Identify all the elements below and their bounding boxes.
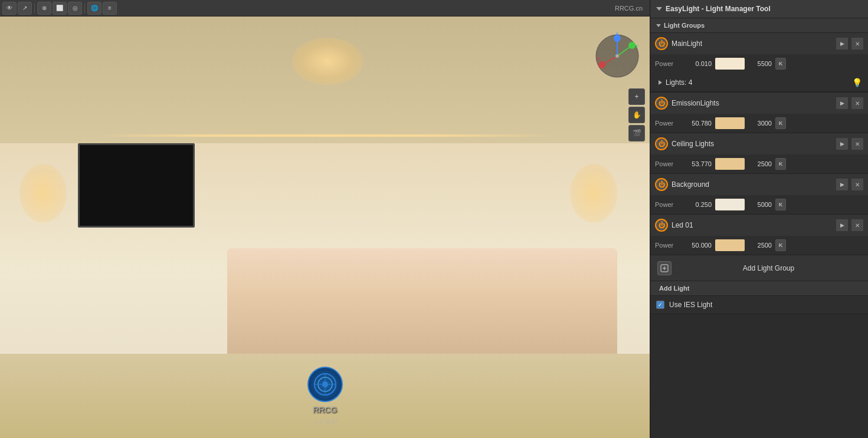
mainlight-lamp-icon[interactable]: 💡: [850, 76, 863, 89]
add-light-group-icon: [657, 261, 672, 275]
watermark-subtitle: 人人素材: [312, 417, 338, 426]
emission-color-swatch[interactable]: [715, 117, 745, 129]
ceiling-name: Ceiling Lights: [672, 140, 833, 148]
mainlight-count-label: Lights: 4: [666, 78, 847, 87]
ceiling-expand-btn[interactable]: ▶: [836, 138, 848, 150]
toolbar-global-btn[interactable]: ⊕: [37, 2, 51, 15]
sofa: [227, 248, 617, 354]
background-color-swatch[interactable]: [715, 199, 745, 210]
background-expand-btn[interactable]: ▶: [836, 179, 848, 190]
ceiling-power-label: Power: [655, 160, 679, 167]
background-power-label: Power: [655, 201, 679, 208]
panel-triangle: [656, 7, 662, 11]
add-light-section-header[interactable]: Add Light: [650, 281, 868, 296]
pan-btn[interactable]: ✋: [628, 107, 645, 123]
emission-name: EmissionLights: [672, 99, 833, 107]
toolbar-sep-2: [84, 3, 85, 14]
mainlight-kelvin-value: 5500: [748, 60, 772, 67]
mainlight-props: Power 0.010 5500 K: [650, 54, 868, 73]
toolbar-menu-btn[interactable]: ≡: [103, 2, 117, 15]
emission-kelvin-value: 3000: [748, 120, 772, 127]
ies-light-row: ✓ Use IES Light: [650, 296, 868, 314]
ceiling-power-btn[interactable]: ⏻: [655, 137, 668, 150]
background-close-btn[interactable]: ✕: [851, 179, 863, 190]
background-header: ⏻ Background ▶ ✕: [650, 174, 868, 195]
zoom-btn[interactable]: +: [628, 88, 645, 105]
emission-props: Power 50.780 3000 K: [650, 114, 868, 133]
led01-kelvin-btn[interactable]: K: [775, 239, 786, 251]
light-group-mainlight: ⏻ MainLight ▶ ✕ Power 0.010 5500 K Light…: [650, 33, 868, 93]
emission-power-value: 50.780: [682, 120, 712, 127]
gizmo-z-label: Z: [616, 32, 619, 36]
toolbar-overlay-btn[interactable]: ⬜: [53, 2, 67, 15]
light-group-background: ⏻ Background ▶ ✕ Power 0.250 5000 K: [650, 174, 868, 215]
mainlight-kelvin-btn[interactable]: K: [775, 58, 786, 70]
led01-power-value: 50.000: [682, 242, 712, 249]
light-group-ceiling: ⏻ Ceiling Lights ▶ ✕ Power 53.770 2500 K: [650, 133, 868, 174]
toolbar-render-btn[interactable]: ◎: [68, 2, 82, 15]
ceiling-close-btn[interactable]: ✕: [851, 138, 863, 150]
side-toolbar: + ✋ 🎬: [628, 88, 645, 141]
emission-close-btn[interactable]: ✕: [851, 97, 863, 109]
svg-point-6: [598, 61, 605, 68]
background-power-btn[interactable]: ⏻: [655, 178, 668, 191]
mainlight-header: ⏻ MainLight ▶ ✕: [650, 33, 868, 54]
camera-btn[interactable]: 🎬: [628, 125, 645, 141]
gizmo-y-label: Y: [635, 44, 638, 49]
add-light-label: Add Light: [659, 285, 689, 292]
toolbar-sep-1: [34, 3, 35, 14]
ceiling-power-value: 53.770: [682, 160, 712, 167]
wall-light-right: [570, 164, 617, 223]
panel-title: EasyLight - Light Manager Tool: [666, 5, 771, 13]
add-light-group-btn[interactable]: Add Light Group: [650, 255, 868, 281]
toolbar-scene-btn[interactable]: 🌐: [87, 2, 101, 15]
ceiling-kelvin-btn[interactable]: K: [775, 158, 786, 170]
watermark: RRCG 人人素材: [307, 367, 343, 426]
mainlight-name: MainLight: [672, 39, 833, 48]
cove-light-strip: [97, 134, 552, 137]
ceiling-header: ⏻ Ceiling Lights ▶ ✕: [650, 133, 868, 154]
led01-kelvin-value: 2500: [748, 242, 772, 249]
led01-props: Power 50.000 2500 K: [650, 236, 868, 255]
svg-point-7: [615, 54, 619, 58]
light-group-led01: ⏻ Led 01 ▶ ✕ Power 50.000 2500 K: [650, 215, 868, 255]
mainlight-expand-btn[interactable]: ▶: [836, 38, 848, 50]
section-triangle: [656, 24, 661, 27]
mainlight-power-label: Power: [655, 60, 679, 67]
tv-set: [78, 143, 195, 228]
light-group-emission: ⏻ EmissionLights ▶ ✕ Power 50.780 3000 K: [650, 93, 868, 133]
watermark-logo: [307, 367, 343, 402]
light-groups-label: Light Groups: [664, 22, 705, 29]
ies-light-checkbox[interactable]: ✓: [656, 301, 664, 309]
ies-light-label: Use IES Light: [669, 301, 712, 309]
toolbar-cursor-btn[interactable]: ↗: [18, 2, 32, 15]
ceiling-kelvin-value: 2500: [748, 160, 772, 167]
led01-power-btn[interactable]: ⏻: [655, 219, 668, 232]
wall-light-left: [19, 164, 67, 223]
ceiling-light-glow: [292, 38, 363, 85]
panel-bottom-padding: [650, 314, 868, 326]
mainlight-close-btn[interactable]: ✕: [851, 38, 863, 50]
emission-kelvin-btn[interactable]: K: [775, 117, 786, 129]
emission-power-label: Power: [655, 120, 679, 127]
panel-header: EasyLight - Light Manager Tool: [650, 0, 868, 18]
mainlight-power-value: 0.010: [682, 60, 712, 67]
viewport[interactable]: 👁 ↗ ⊕ ⬜ ◎ 🌐 ≡ RRCG.cn Z: [0, 0, 650, 438]
mainlight-color-swatch[interactable]: [715, 58, 745, 70]
background-kelvin-btn[interactable]: K: [775, 199, 786, 210]
watermark-title: RRCG: [313, 405, 337, 414]
background-props: Power 0.250 5000 K: [650, 195, 868, 214]
light-groups-section-header[interactable]: Light Groups: [650, 18, 868, 33]
toolbar-view-btn[interactable]: 👁: [2, 2, 17, 15]
led01-expand-btn[interactable]: ▶: [836, 219, 848, 231]
led01-color-swatch[interactable]: [715, 239, 745, 251]
gizmo[interactable]: Z Y X: [594, 32, 641, 80]
mainlight-power-btn[interactable]: ⏻: [655, 37, 668, 50]
svg-point-4: [628, 42, 636, 49]
top-toolbar: 👁 ↗ ⊕ ⬜ ◎ 🌐 ≡ RRCG.cn: [0, 0, 650, 17]
emission-header: ⏻ EmissionLights ▶ ✕: [650, 93, 868, 114]
ceiling-color-swatch[interactable]: [715, 158, 745, 170]
emission-power-btn[interactable]: ⏻: [655, 97, 668, 110]
led01-close-btn[interactable]: ✕: [851, 219, 863, 231]
emission-expand-btn[interactable]: ▶: [836, 97, 848, 109]
